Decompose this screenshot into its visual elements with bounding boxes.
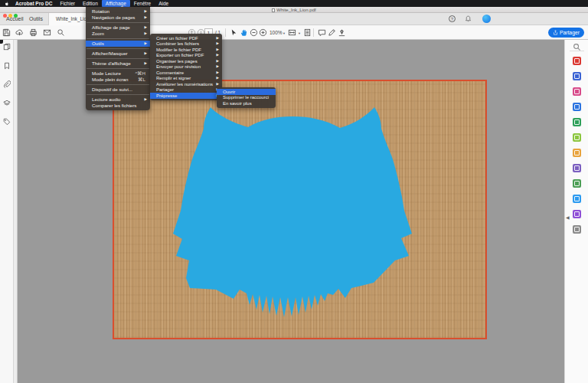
submenu-arrow-icon: ▶ — [145, 8, 147, 15]
print-icon[interactable] — [29, 28, 38, 37]
attachments-icon[interactable] — [3, 80, 11, 88]
email-icon[interactable] — [43, 28, 51, 37]
submenu-arrow-icon: ▶ — [145, 51, 147, 57]
menu-separator — [87, 94, 149, 95]
apple-logo-icon[interactable] — [5, 2, 9, 6]
share-button[interactable]: Partager — [548, 28, 584, 38]
comment-icon-glyph — [574, 150, 580, 155]
affichage-dropdown-menu: Rotation▶ Navigation de pages▶ Affichage… — [86, 7, 150, 110]
menu-item-zoom[interactable]: Zoom▶ — [86, 31, 150, 37]
create-pdf-icon-glyph — [574, 58, 580, 64]
fit-dropdown-caret-icon[interactable]: ▼ — [298, 31, 301, 35]
zoom-dropdown-caret-icon[interactable]: ▼ — [283, 31, 286, 35]
macos-menu-bar: Acrobat Pro DC Fichier Edition Affichage… — [0, 0, 588, 7]
menu-item-mode-plein-ecran[interactable]: Mode plein écran⌘L — [86, 77, 150, 83]
create-pdf-icon[interactable] — [573, 57, 581, 65]
menu-item-navigation-pages[interactable]: Navigation de pages▶ — [86, 15, 150, 21]
menu-item-dispositif-suivi[interactable]: Dispositif de suivi... — [86, 87, 150, 93]
menubar-item-fenetre[interactable]: Fenêtre — [130, 0, 155, 7]
outils-submenu: Créer un fichier PDF▶ Combiner les fichi… — [150, 34, 222, 100]
rail-divider — [570, 51, 584, 51]
fill-sign-icon[interactable] — [573, 164, 581, 172]
more-tools-icon-glyph — [574, 227, 580, 232]
menubar-item-aide[interactable]: Aide — [155, 0, 172, 7]
zoom-out-icon[interactable] — [250, 28, 258, 37]
hand-tool-icon[interactable] — [240, 28, 248, 37]
document-mini-icon — [272, 8, 275, 12]
organize-pages-icon[interactable] — [573, 118, 581, 126]
fill-sign-icon-glyph — [574, 165, 580, 171]
menu-item-outils[interactable]: Outils▶ — [86, 41, 150, 47]
pencil-icon[interactable] — [328, 28, 336, 37]
page-display-icon[interactable] — [303, 28, 312, 37]
share-icon — [553, 30, 558, 35]
menu-item-en-savoir-plus[interactable]: En savoir plus — [217, 100, 276, 106]
menu-item-lecture-audio[interactable]: Lecture audio▶ — [86, 97, 150, 103]
menubar-item-affichage[interactable]: Affichage — [102, 0, 130, 7]
menu-separator — [87, 68, 149, 69]
shortcut-label: ^⌘H — [135, 70, 145, 77]
user-avatar[interactable] — [482, 15, 491, 23]
menu-separator — [87, 38, 149, 39]
comment-bubble-icon[interactable] — [318, 28, 326, 37]
tags-icon[interactable] — [3, 118, 11, 126]
layers-icon[interactable] — [3, 100, 11, 107]
search-icon[interactable] — [57, 28, 65, 37]
enhance-scans-icon-glyph — [574, 135, 580, 140]
help-icon[interactable]: ? — [449, 15, 456, 22]
combine-files-icon[interactable] — [573, 72, 581, 80]
menu-item-affichage-page[interactable]: Affichage de page▶ — [86, 25, 150, 31]
select-tool-icon[interactable] — [230, 28, 238, 37]
menubar-app-name[interactable]: Acrobat Pro DC — [11, 0, 56, 7]
menu-separator — [87, 22, 149, 23]
menu-item-theme-affichage[interactable]: Thème d'affichage▶ — [86, 61, 150, 67]
menu-item-mode-lecture[interactable]: Mode Lecture^⌘H — [86, 70, 150, 77]
bookmarks-icon[interactable] — [3, 62, 11, 70]
menu-item-comparer-fichiers[interactable]: Comparer les fichiers — [86, 103, 150, 109]
cloud-upload-icon[interactable] — [15, 28, 24, 37]
collapse-panel-icon[interactable]: ◀ — [566, 214, 570, 220]
print-production-icon-glyph — [574, 181, 580, 186]
page-thumbnails-icon[interactable] — [3, 43, 11, 51]
submenu-arrow-icon: ▶ — [145, 25, 147, 31]
organize-pages-icon-glyph — [574, 119, 580, 125]
combine-files-icon-glyph — [574, 74, 580, 79]
menubar-item-edition[interactable]: Edition — [79, 0, 102, 7]
submenu-arrow-icon: ▶ — [145, 41, 147, 47]
menu-item-afficher-masquer[interactable]: Afficher/Masquer▶ — [86, 51, 150, 57]
menu-item-prepresse[interactable]: Prépresse▶ — [150, 93, 222, 99]
submenu-arrow-icon: ▶ — [145, 61, 147, 67]
export-pdf-icon-glyph — [574, 104, 580, 110]
submenu-arrow-icon: ▶ — [145, 97, 147, 103]
left-navigation-rail — [0, 40, 14, 383]
zoom-window-button[interactable] — [14, 14, 18, 18]
pdf-page-cardboard[interactable] — [113, 80, 487, 339]
more-tools-icon[interactable] — [573, 225, 581, 234]
share-tool-icon[interactable] — [573, 195, 581, 203]
minimize-window-button[interactable] — [8, 14, 12, 18]
menu-separator — [87, 58, 149, 59]
enhance-scans-icon[interactable] — [573, 133, 581, 142]
tab-outils[interactable]: Outils — [29, 16, 43, 21]
edit-pdf-icon-glyph — [574, 89, 580, 94]
menu-item-rotation[interactable]: Rotation▶ — [86, 8, 150, 15]
protect-icon[interactable] — [573, 210, 581, 218]
protect-icon-glyph — [574, 211, 580, 217]
close-window-button[interactable] — [3, 14, 7, 18]
fit-width-icon[interactable] — [288, 28, 296, 37]
shortcut-label: ⌘L — [138, 77, 145, 83]
comment-icon[interactable] — [573, 149, 581, 157]
share-tool-icon-glyph — [574, 196, 580, 201]
menubar-item-fichier[interactable]: Fichier — [56, 0, 79, 7]
signature-nib-icon[interactable] — [338, 28, 346, 37]
submenu-arrow-icon: ▶ — [145, 31, 147, 37]
edit-pdf-icon[interactable] — [573, 87, 581, 96]
export-pdf-icon[interactable] — [573, 103, 581, 111]
print-production-icon[interactable] — [573, 179, 581, 188]
submenu-arrow-icon: ▶ — [145, 15, 147, 21]
save-icon[interactable] — [2, 28, 11, 37]
panel-splitter[interactable] — [14, 40, 18, 383]
zoom-level-value[interactable]: 100% — [270, 30, 283, 35]
notifications-bell-icon[interactable] — [465, 15, 472, 22]
zoom-in-icon[interactable] — [259, 28, 267, 37]
